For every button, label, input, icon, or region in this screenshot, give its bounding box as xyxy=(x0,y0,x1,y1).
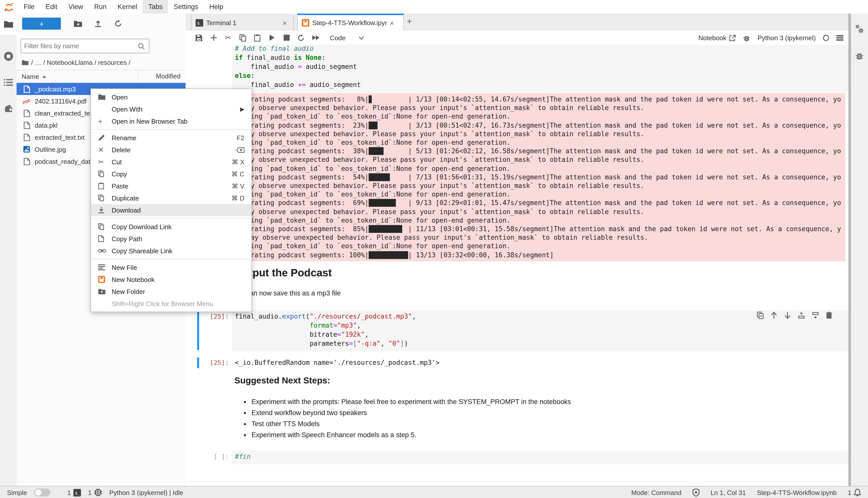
restart-icon xyxy=(297,34,305,41)
sidebar-item-toc[interactable] xyxy=(0,72,16,93)
filter-files-input[interactable] xyxy=(21,42,138,50)
cell-output-text: <_io.BufferedRandom name='./resources/_p… xyxy=(235,359,439,366)
kernels-indicator[interactable]: 1 xyxy=(88,488,102,497)
context-menu-item-copy-download-link[interactable]: Copy Download Link xyxy=(91,221,252,233)
code-cell-fin[interactable]: #fin xyxy=(232,450,848,464)
interrupt-kernel-button[interactable] xyxy=(279,31,294,45)
context-menu-item-copy-shareable-link[interactable]: Copy Shareable Link xyxy=(91,245,252,257)
context-menu-item-new-notebook[interactable]: New Notebook xyxy=(91,273,252,286)
play-icon xyxy=(269,34,275,41)
menu-file[interactable]: File xyxy=(18,0,40,14)
code-cell-append-audio[interactable]: # Add to final audio if final_audio is N… xyxy=(232,45,848,92)
kernel-status-text[interactable]: Python 3 (ipykernel) | Idle xyxy=(109,489,183,496)
fast-forward-icon xyxy=(311,35,320,41)
output-collapser[interactable] xyxy=(197,357,199,368)
context-menu-item-open[interactable]: Open xyxy=(91,91,252,103)
context-menu-item-copy-path[interactable]: Copy Path xyxy=(91,233,252,245)
pdf-file-icon: PDF xyxy=(22,97,32,105)
context-menu-item-open-with[interactable]: Open With ▶ xyxy=(91,103,252,115)
notebook-view-button[interactable]: Notebook xyxy=(698,34,736,41)
sidebar-item-debugger[interactable] xyxy=(851,45,868,66)
restart-kernel-button[interactable] xyxy=(294,31,308,45)
mode-indicator[interactable]: Mode: Command xyxy=(631,489,681,496)
close-icon: ✕ xyxy=(98,146,112,154)
duplicate-cell-icon[interactable] xyxy=(757,312,764,319)
run-button[interactable] xyxy=(265,31,279,45)
sidebar-item-running[interactable] xyxy=(0,46,16,67)
context-menu-item-copy[interactable]: Copy ⌘ C xyxy=(91,168,252,180)
stop-icon xyxy=(283,35,290,41)
sidebar-item-extensions[interactable] xyxy=(0,98,16,119)
svg-text:$_: $_ xyxy=(75,490,80,495)
stderr-text: Generating podcast segments: 8%|▊ | 1/13… xyxy=(235,95,842,259)
menu-view[interactable]: View xyxy=(63,0,89,14)
cursor-position[interactable]: Ln 1, Col 31 xyxy=(711,489,746,496)
context-menu-item-delete[interactable]: ✕ Delete xyxy=(91,144,252,156)
menu-settings[interactable]: Settings xyxy=(168,0,204,14)
context-menu-item-download[interactable]: Download xyxy=(91,204,252,216)
input-collapser[interactable] xyxy=(197,311,199,350)
sidebar-item-property-inspector[interactable] xyxy=(851,18,868,40)
paste-cell-button[interactable] xyxy=(250,31,265,45)
table-of-contents-icon xyxy=(3,78,13,87)
status-bar: Simple 1 $_ 1 Python 3 (ipykernel) | Idl… xyxy=(0,486,868,498)
simple-mode-label: Simple xyxy=(7,489,27,496)
insert-cell-below-icon[interactable] xyxy=(812,312,819,319)
context-menu-item-cut[interactable]: ✂ Cut ⌘ X xyxy=(91,156,252,168)
column-name[interactable]: Name xyxy=(16,73,138,80)
jupyter-logo-icon xyxy=(4,2,14,12)
new-folder-button[interactable] xyxy=(68,20,88,27)
kernel-name[interactable]: Python 3 (ipykernel) xyxy=(757,34,816,41)
cell-type-select[interactable]: Code xyxy=(330,34,364,41)
breadcrumb[interactable]: / … / NotebookLlama / resources / xyxy=(22,58,182,67)
refresh-button[interactable] xyxy=(108,19,128,28)
list-item: Experiment with Speech Enhancer models a… xyxy=(252,430,571,441)
notifications-indicator[interactable]: 1 xyxy=(848,488,861,497)
hamburger-menu-icon[interactable] xyxy=(836,35,843,40)
simple-mode-toggle[interactable] xyxy=(34,488,50,497)
debugger-icon[interactable] xyxy=(743,34,751,41)
close-icon[interactable]: × xyxy=(283,19,286,27)
restart-run-all-button[interactable] xyxy=(308,31,323,45)
context-menu-item-paste[interactable]: Paste ⌘ V xyxy=(91,180,252,192)
file-icon xyxy=(22,85,32,93)
tab-notebook[interactable]: Step-4-TTS-Workflow.ipynb × xyxy=(297,14,404,31)
menu-help[interactable]: Help xyxy=(204,0,229,14)
column-modified[interactable]: Modified xyxy=(138,70,186,82)
terminals-indicator[interactable]: 1 $_ xyxy=(67,489,81,496)
kernel-status-icon[interactable] xyxy=(823,35,829,41)
cut-cell-button[interactable]: ✂ xyxy=(221,31,235,45)
file-icon xyxy=(22,121,32,129)
new-launcher-button[interactable]: + xyxy=(22,17,61,30)
context-menu-item-duplicate[interactable]: Duplicate ⌘ D xyxy=(91,192,252,204)
copy-cell-button[interactable] xyxy=(235,31,250,45)
add-tab-button[interactable]: + xyxy=(407,16,412,27)
notebook-panel[interactable]: # Add to final audio if final_audio is N… xyxy=(186,45,848,486)
context-menu-item-rename[interactable]: Rename F2 xyxy=(91,132,252,144)
menu-tabs[interactable]: Tabs xyxy=(143,0,168,14)
stop-circle-icon xyxy=(3,51,13,61)
menu-run[interactable]: Run xyxy=(89,0,112,14)
move-cell-down-icon[interactable] xyxy=(784,312,791,319)
insert-cell-button[interactable] xyxy=(206,31,221,45)
sidebar-item-file-browser[interactable] xyxy=(0,14,16,35)
context-menu-item-new-file[interactable]: New File xyxy=(91,261,252,273)
close-icon[interactable]: × xyxy=(390,19,394,27)
status-filename[interactable]: Step-4-TTS-Workflow.ipynb xyxy=(757,489,837,496)
delete-cell-icon[interactable] xyxy=(826,312,832,319)
clipboard-icon xyxy=(254,34,260,41)
upload-button[interactable] xyxy=(88,19,108,28)
context-menu-item-open-new-browser-tab[interactable]: + Open in New Browser Tab xyxy=(91,115,252,127)
context-menu-item-new-folder[interactable]: New Folder xyxy=(91,286,252,298)
save-button[interactable] xyxy=(192,31,206,45)
move-cell-up-icon[interactable] xyxy=(770,312,778,319)
menu-edit[interactable]: Edit xyxy=(40,0,63,14)
insert-cell-above-icon[interactable] xyxy=(797,312,805,319)
trust-shield-icon[interactable] xyxy=(692,488,700,497)
panel-splitter[interactable] xyxy=(848,14,851,486)
duplicate-icon xyxy=(98,195,112,201)
jupyterlab-window: File Edit View Run Kernel Tabs Settings … xyxy=(0,0,868,498)
code-cell-export[interactable]: final_audio.export("./resources/_podcast… xyxy=(232,310,848,351)
menu-kernel[interactable]: Kernel xyxy=(112,0,143,14)
tab-terminal-1[interactable]: $_ Terminal 1 × xyxy=(191,15,294,31)
